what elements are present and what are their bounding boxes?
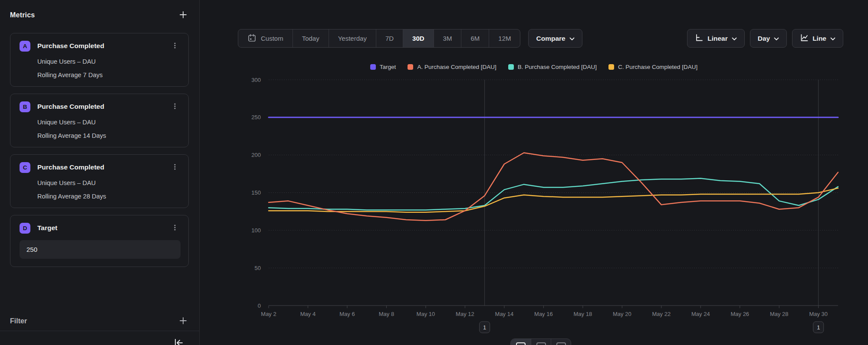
add-filter-button[interactable]	[178, 316, 189, 327]
collapse-sidebar-button[interactable]	[173, 338, 184, 345]
metric-badge-a: A	[20, 41, 30, 52]
metric-measure: Unique Users – DAU	[37, 58, 181, 65]
metric-title: Purchase Completed	[37, 42, 104, 50]
svg-text:150: 150	[251, 189, 261, 196]
chart-panel: Custom Today Yesterday 7D 30D 3M 6M 12M …	[200, 0, 868, 345]
metric-rolling-average: Rolling Average 7 Days	[37, 72, 181, 78]
line-chart[interactable]: 050100150200250300May 2May 4May 6May 8Ma…	[200, 0, 868, 345]
svg-text:May 12: May 12	[456, 311, 474, 317]
metric-card-a[interactable]: A Purchase Completed Unique Users – DAU …	[10, 33, 189, 87]
collapse-left-icon	[173, 342, 184, 345]
annotation-badge[interactable]: 1	[813, 322, 824, 333]
medium-chart-icon	[536, 342, 546, 345]
plus-icon	[179, 11, 187, 20]
chart-height-control	[510, 338, 571, 345]
svg-text:0: 0	[258, 303, 261, 309]
add-metric-button[interactable]	[178, 10, 189, 21]
svg-text:250: 250	[251, 114, 261, 120]
metric-menu-button[interactable]	[169, 101, 181, 112]
svg-text:May 20: May 20	[613, 311, 631, 317]
svg-text:May 30: May 30	[809, 311, 828, 317]
svg-text:100: 100	[251, 227, 261, 234]
filter-section: Filter	[10, 316, 189, 327]
metric-badge-b: B	[20, 101, 30, 112]
metric-measure: Unique Users – DAU	[37, 179, 181, 186]
kebab-icon	[171, 163, 178, 172]
series-line-1	[269, 153, 838, 221]
sidebar-title: Metrics	[10, 11, 35, 19]
target-value-input[interactable]	[20, 240, 181, 259]
sidebar-header: Metrics	[10, 10, 189, 21]
plus-icon	[179, 317, 187, 326]
svg-text:May 26: May 26	[730, 311, 749, 317]
svg-text:May 4: May 4	[300, 311, 316, 317]
metric-title: Purchase Completed	[37, 163, 104, 171]
metric-card-c[interactable]: C Purchase Completed Unique Users – DAU …	[10, 154, 189, 208]
svg-text:May 22: May 22	[652, 311, 671, 317]
metrics-sidebar: Metrics A Purchase Completed Unique User…	[0, 0, 200, 345]
svg-text:300: 300	[251, 77, 261, 83]
svg-text:May 6: May 6	[339, 311, 355, 317]
svg-text:50: 50	[255, 265, 261, 271]
target-card[interactable]: D Target	[10, 215, 189, 267]
svg-text:May 18: May 18	[574, 311, 592, 317]
small-chart-icon	[516, 342, 526, 345]
metric-badge-c: C	[20, 162, 30, 173]
metric-rolling-average: Rolling Average 28 Days	[37, 193, 181, 200]
metric-menu-button[interactable]	[169, 162, 181, 173]
chart-height-medium-button[interactable]	[531, 339, 551, 345]
filter-label: Filter	[10, 317, 27, 325]
series-line-3	[269, 188, 838, 212]
metric-title: Purchase Completed	[37, 103, 104, 111]
svg-text:May 24: May 24	[691, 311, 710, 317]
metric-menu-button[interactable]	[169, 40, 181, 52]
kebab-icon	[171, 42, 178, 50]
large-chart-icon	[556, 342, 566, 345]
metric-measure: Unique Users – DAU	[37, 119, 181, 126]
metric-badge-d: D	[20, 223, 30, 234]
svg-text:May 2: May 2	[261, 311, 276, 317]
svg-text:200: 200	[251, 152, 261, 158]
chart-height-large-button[interactable]	[551, 339, 571, 345]
svg-text:May 14: May 14	[495, 311, 514, 317]
svg-text:May 28: May 28	[770, 311, 789, 317]
svg-text:1: 1	[483, 324, 486, 331]
chart-height-small-button[interactable]	[511, 339, 531, 345]
annotation-badge[interactable]: 1	[480, 322, 490, 333]
svg-text:May 8: May 8	[379, 311, 394, 317]
metric-card-b[interactable]: B Purchase Completed Unique Users – DAU …	[10, 94, 189, 147]
svg-text:1: 1	[817, 324, 820, 331]
kebab-icon	[171, 224, 178, 232]
metric-rolling-average: Rolling Average 14 Days	[37, 132, 181, 139]
target-title: Target	[37, 224, 57, 232]
svg-text:May 10: May 10	[417, 311, 435, 317]
sidebar-divider	[0, 331, 200, 331]
target-menu-button[interactable]	[169, 222, 181, 234]
kebab-icon	[171, 103, 178, 111]
svg-text:May 16: May 16	[534, 311, 553, 317]
